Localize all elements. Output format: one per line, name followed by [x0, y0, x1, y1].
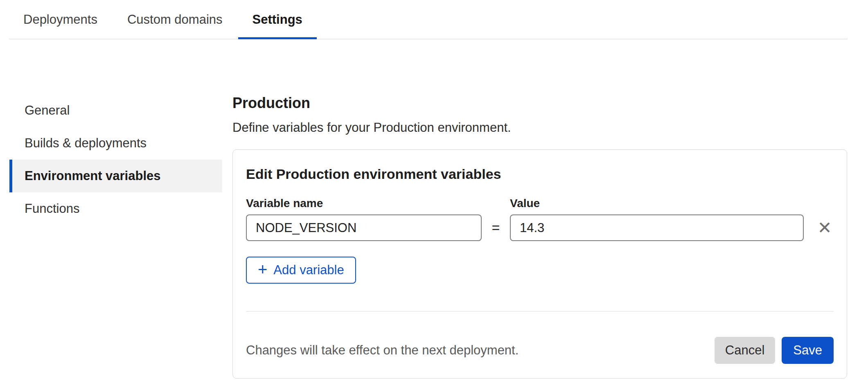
- sidebar-item-general[interactable]: General: [9, 94, 222, 127]
- settings-sidebar: General Builds & deployments Environment…: [9, 94, 222, 225]
- remove-variable-button[interactable]: ✕: [816, 214, 834, 241]
- add-variable-button[interactable]: + Add variable: [246, 257, 356, 284]
- close-icon: ✕: [817, 219, 832, 237]
- value-label: Value: [510, 198, 804, 209]
- variable-name-label: Variable name: [246, 198, 482, 209]
- footer-actions: Cancel Save: [715, 337, 834, 364]
- page-description: Define variables for your Production env…: [232, 121, 847, 135]
- settings-main-panel: Production Define variables for your Pro…: [232, 94, 847, 379]
- card-title: Edit Production environment variables: [246, 165, 834, 183]
- save-button[interactable]: Save: [782, 337, 834, 364]
- value-input[interactable]: [510, 214, 804, 241]
- variable-row: Variable name Value = ✕: [246, 198, 834, 241]
- tab-deployments[interactable]: Deployments: [9, 0, 112, 39]
- project-tab-bar: Deployments Custom domains Settings: [9, 0, 848, 39]
- page-title: Production: [232, 94, 847, 112]
- sidebar-item-environment-variables[interactable]: Environment variables: [9, 160, 222, 192]
- sidebar-item-builds-deployments[interactable]: Builds & deployments: [9, 127, 222, 160]
- tab-settings[interactable]: Settings: [238, 0, 317, 39]
- env-vars-card: Edit Production environment variables Va…: [232, 149, 847, 379]
- variable-name-input[interactable]: [246, 214, 482, 241]
- equals-sign: =: [482, 220, 510, 236]
- add-variable-label: Add variable: [273, 263, 344, 277]
- tab-custom-domains[interactable]: Custom domains: [113, 0, 237, 39]
- footer-note: Changes will take effect on the next dep…: [246, 343, 519, 358]
- card-divider: [246, 311, 834, 311]
- sidebar-item-functions[interactable]: Functions: [9, 192, 222, 225]
- card-footer: Changes will take effect on the next dep…: [246, 337, 834, 364]
- cancel-button[interactable]: Cancel: [715, 337, 776, 364]
- plus-icon: +: [258, 261, 267, 277]
